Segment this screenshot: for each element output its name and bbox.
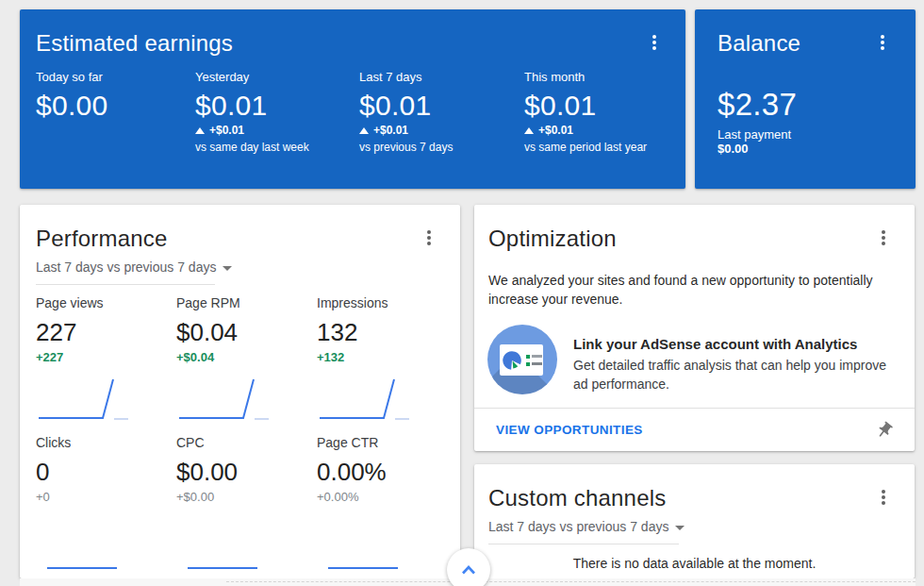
view-opportunities-button[interactable]: VIEW OPPORTUNITIES	[496, 423, 643, 437]
metric-label: This month	[524, 70, 685, 85]
metric-label: Last 7 days	[359, 70, 524, 85]
pin-icon[interactable]	[871, 416, 898, 443]
up-arrow-icon	[359, 127, 369, 134]
metric-value: 227	[36, 318, 176, 346]
balance-card: Balance $2.37 Last payment $0.00	[695, 9, 916, 189]
metric-delta: +$0.01	[373, 124, 408, 137]
up-arrow-icon	[524, 127, 534, 134]
metric-pagerpm: Page RPM $0.04 +$0.04	[176, 295, 317, 365]
metric-label: Yesterday	[195, 70, 359, 85]
last-payment-value: $0.00	[718, 142, 916, 156]
metric-value: 132	[317, 318, 457, 346]
balance-amount: $2.37	[718, 88, 916, 122]
sparkline-impressions	[317, 377, 411, 422]
metric-delta: +132	[317, 350, 457, 365]
opportunity-item[interactable]: Link your AdSense account with Analytics…	[487, 325, 915, 394]
comparison-note: vs previous 7 days	[359, 141, 524, 154]
metric-value: $0.04	[176, 318, 317, 346]
metric-pagectr: Page CTR 0.00% +0.00%	[317, 435, 457, 505]
metric-impressions: Impressions 132 +132	[317, 295, 457, 365]
date-range-label: Last 7 days vs previous 7 days	[36, 260, 216, 275]
kebab-menu-icon[interactable]	[421, 228, 437, 247]
empty-state-message: There is no data available at the moment…	[474, 556, 915, 571]
analytics-pie-chart-icon	[487, 325, 557, 394]
metric-value: $0.01	[359, 90, 524, 122]
metric-label: Impressions	[317, 295, 457, 311]
sparkline-cpc	[176, 563, 271, 573]
comparison-note: vs same period last year	[524, 141, 685, 154]
sparkline-pagectr	[317, 563, 411, 573]
sparkline-clicks	[36, 563, 130, 573]
metric-label: Page views	[36, 295, 176, 311]
metric-label: Page RPM	[176, 295, 317, 311]
last-payment-label: Last payment	[718, 127, 916, 142]
balance-title: Balance	[718, 30, 800, 57]
chevron-down-icon	[675, 526, 685, 530]
metric-value: $0.00	[176, 458, 317, 486]
up-arrow-icon	[195, 127, 205, 134]
metric-delta: +227	[36, 350, 176, 365]
metric-value: 0	[36, 458, 176, 486]
optimization-intro: We analyzed your sites and found a new o…	[488, 271, 884, 309]
optimization-card: Optimization We analyzed your sites and …	[474, 205, 915, 451]
custom-channels-title: Custom channels	[488, 485, 666, 511]
divider	[226, 581, 916, 582]
earnings-column-thismonth: This month $0.01 +$0.01 vs same period l…	[524, 70, 685, 154]
custom-channels-card: Custom channels Last 7 days vs previous …	[474, 464, 915, 578]
metric-label: Clicks	[36, 435, 176, 451]
performance-title: Performance	[36, 226, 168, 252]
metric-label: CPC	[176, 435, 317, 451]
metric-value: 0.00%	[317, 458, 457, 486]
earnings-column-last7days: Last 7 days $0.01 +$0.01 vs previous 7 d…	[359, 70, 524, 154]
metric-delta: +$0.01	[538, 124, 573, 137]
kebab-menu-icon[interactable]	[875, 228, 892, 247]
opportunity-description: Get detailed traffic analysis that can h…	[573, 356, 899, 393]
kebab-menu-icon[interactable]	[875, 488, 892, 507]
metric-value: $0.01	[524, 90, 685, 122]
kebab-menu-icon[interactable]	[874, 33, 891, 52]
performance-card: Performance Last 7 days vs previous 7 da…	[20, 205, 460, 578]
estimated-earnings-title: Estimated earnings	[36, 30, 233, 57]
sparkline-pagerpm	[176, 377, 271, 422]
date-range-label: Last 7 days vs previous 7 days	[488, 519, 668, 534]
metric-delta: +$0.00	[176, 490, 317, 505]
earnings-column-today: Today so far $0.00	[36, 70, 195, 154]
divider	[36, 284, 215, 285]
metric-value: $0.00	[36, 90, 195, 122]
optimization-title: Optimization	[488, 226, 617, 252]
divider	[488, 544, 679, 544]
opportunity-title: Link your AdSense account with Analytics	[573, 335, 899, 353]
sparkline-pageviews	[36, 377, 130, 422]
metric-delta: +$0.04	[176, 350, 317, 365]
metric-delta: +$0.01	[209, 124, 244, 137]
metric-clicks: Clicks 0 +0	[36, 435, 176, 505]
metric-pageviews: Page views 227 +227	[36, 295, 176, 365]
scroll-to-top-button[interactable]	[447, 548, 490, 586]
metric-delta: +0	[36, 490, 176, 505]
estimated-earnings-card: Estimated earnings Today so far $0.00 Ye…	[20, 9, 685, 189]
chevron-up-icon	[461, 565, 476, 575]
date-range-selector[interactable]: Last 7 days vs previous 7 days	[36, 258, 460, 276]
comparison-note: vs same day last week	[195, 141, 359, 154]
metric-label: Today so far	[36, 70, 195, 85]
kebab-menu-icon[interactable]	[646, 33, 663, 52]
chevron-down-icon	[223, 266, 232, 271]
metric-label: Page CTR	[317, 435, 457, 451]
earnings-column-yesterday: Yesterday $0.01 +$0.01 vs same day last …	[195, 70, 359, 154]
date-range-selector[interactable]: Last 7 days vs previous 7 days	[488, 517, 915, 536]
metric-cpc: CPC $0.00 +$0.00	[176, 435, 317, 505]
metric-value: $0.01	[195, 90, 359, 122]
metric-delta: +0.00%	[317, 490, 457, 505]
